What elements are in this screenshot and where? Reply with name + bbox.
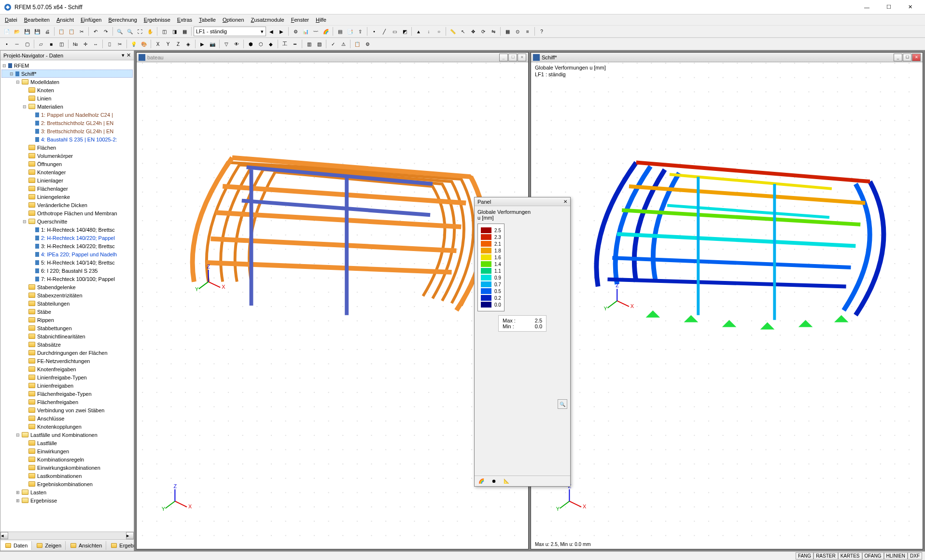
doc-right-minimize[interactable]: _	[894, 54, 902, 61]
display-surfaces-button[interactable]: ▢	[22, 39, 32, 49]
tree-item[interactable]: Lastkombinationen	[1, 472, 133, 480]
tree-item[interactable]: Einwirkungskombinationen	[1, 463, 133, 472]
tree-item[interactable]: 1: Pappel und Nadelholz C24 |	[1, 111, 133, 119]
open-button[interactable]: 📂	[12, 27, 22, 36]
tree-item[interactable]: Flächenfreigabe-Typen	[1, 390, 133, 398]
tree-item[interactable]: Öffnungen	[1, 160, 133, 168]
menu-bearbeiten[interactable]: Bearbeiten	[21, 16, 53, 24]
view-iso-button[interactable]: ◈	[183, 39, 193, 49]
paste-button[interactable]: 📋	[67, 27, 76, 36]
local-axes-button[interactable]: ✛	[81, 39, 90, 49]
copy-button[interactable]: 📋	[56, 27, 66, 36]
tree-item[interactable]: Volumenkörper	[1, 152, 133, 160]
results-panel-tab1[interactable]: 🌈	[477, 476, 486, 486]
display-nodes-button[interactable]: •	[2, 39, 12, 49]
results-panel-tab3[interactable]: 📐	[502, 476, 511, 486]
line-button[interactable]: ╱	[379, 27, 389, 36]
transparent-button[interactable]: ◫	[56, 39, 66, 49]
check-button[interactable]: ✓	[328, 39, 338, 49]
undo-button[interactable]: ↶	[91, 27, 100, 36]
animate-button[interactable]: ▶	[197, 39, 207, 49]
status-fang[interactable]: FANG	[796, 552, 813, 560]
results-zoom-icon[interactable]: 🔍	[558, 399, 567, 409]
surface-button[interactable]: ▭	[390, 27, 399, 36]
tree-item[interactable]: 4: Baustahl S 235 | EN 10025-2:	[1, 135, 133, 143]
tree-item[interactable]: Linienfreigaben	[1, 381, 133, 390]
save-button[interactable]: 💾	[22, 27, 32, 36]
menu-hilfe[interactable]: Hilfe	[313, 16, 329, 24]
doc-left-maximize[interactable]: ☐	[508, 54, 517, 61]
status-kartes[interactable]: KARTES	[838, 552, 862, 560]
tree-item[interactable]: FE-Netzverdichtungen	[1, 357, 133, 365]
tree-item[interactable]: Ergebniskombinationen	[1, 480, 133, 488]
tree-item[interactable]: ⊞Ergebnisse	[1, 496, 133, 504]
tree-item[interactable]: Flächenfreigaben	[1, 398, 133, 406]
view-x-button[interactable]: X	[153, 39, 163, 49]
tree-item[interactable]: ⊟Querschnitte	[1, 217, 133, 225]
sections-button[interactable]: ⌷	[105, 39, 114, 49]
loadcase-combo[interactable]: LF1 - ständig▾	[194, 27, 266, 36]
snap-button[interactable]: ⊙	[513, 27, 522, 36]
table-button[interactable]: ▤	[335, 27, 345, 36]
tree-item[interactable]: ⊟Modelldaten	[1, 78, 133, 86]
report-button[interactable]: 📑	[345, 27, 355, 36]
tree-item[interactable]: ⊟RFEM	[1, 61, 133, 70]
export-button[interactable]: ⇪	[355, 27, 365, 36]
doc-right-close[interactable]: ✕	[912, 54, 921, 61]
tree-item[interactable]: ⊟Materialien	[1, 102, 133, 111]
navigator-pin-icon[interactable]: ▾	[122, 52, 125, 58]
status-raster[interactable]: RASTER	[813, 552, 838, 560]
menu-zusatzmodule[interactable]: Zusatzmodule	[248, 16, 287, 24]
zoom-in-button[interactable]: 🔍	[115, 27, 125, 36]
view-y-button[interactable]: Y	[163, 39, 173, 49]
warnings-button[interactable]: ⚠	[338, 39, 348, 49]
grid-button[interactable]: ▦	[503, 27, 512, 36]
saveall-button[interactable]: 💾	[32, 27, 42, 36]
calc-button[interactable]: ⚙	[291, 27, 300, 36]
window-cascade-button[interactable]: ▧	[314, 39, 324, 49]
node-button[interactable]: •	[369, 27, 379, 36]
doc-left-close[interactable]: ✕	[518, 54, 526, 61]
window-close-button[interactable]: ✕	[899, 0, 921, 14]
tree-item[interactable]: ⊟Schiff*	[1, 70, 133, 78]
measure-button[interactable]: 📏	[448, 27, 458, 36]
solid-view-button[interactable]: ■	[46, 39, 56, 49]
status-ofang[interactable]: OFANG	[862, 552, 884, 560]
zoom-fit-button[interactable]: ⛶	[135, 27, 145, 36]
tree-item[interactable]: Stabexzentrizitäten	[1, 291, 133, 299]
tree-item[interactable]: Stabendgelenke	[1, 283, 133, 291]
tree-item[interactable]: 1: H-Rechteck 140/480; Brettsc	[1, 225, 133, 234]
doc-left-canvas[interactable]: X Y Z X Y Z	[137, 62, 528, 549]
tree-item[interactable]: 2: H-Rechteck 140/220; Pappel	[1, 234, 133, 242]
navigator-close-icon[interactable]: ✕	[126, 52, 131, 58]
menu-ergebnisse[interactable]: Ergebnisse	[141, 16, 173, 24]
stress-button[interactable]: 🌈	[321, 27, 331, 36]
rotate-button[interactable]: ⟳	[478, 27, 488, 36]
tree-item[interactable]: Stabsätze	[1, 340, 133, 349]
doc-right-titlebar[interactable]: Schiff* _ ☐ ✕	[531, 53, 923, 62]
doc-right-canvas[interactable]: Globale Verformungen u [mm] LF1 : ständi…	[531, 62, 923, 549]
tree-item[interactable]: 3: H-Rechteck 140/220; Brettsc	[1, 242, 133, 250]
tree-item[interactable]: Anschlüsse	[1, 414, 133, 422]
tree-item[interactable]: ⊞Lasten	[1, 488, 133, 496]
visibility-button[interactable]: 👁	[232, 39, 241, 49]
member-section-button[interactable]: 工	[280, 39, 290, 49]
navigator-titlebar[interactable]: Projekt-Navigator - Daten ▾ ✕	[0, 51, 134, 60]
pan-button[interactable]: ✋	[145, 27, 155, 36]
zoom-out-button[interactable]: 🔍	[125, 27, 135, 36]
menu-datei[interactable]: Datei	[2, 16, 20, 24]
load-button[interactable]: ↓	[424, 27, 434, 36]
menu-tabelle[interactable]: Tabelle	[196, 16, 219, 24]
results-panel-titlebar[interactable]: Panel ✕	[475, 197, 570, 206]
tree-item[interactable]: Stabbettungen	[1, 324, 133, 332]
tree-item[interactable]: Stabteilungen	[1, 299, 133, 308]
tree-item[interactable]: Verbindung von zwei Stäben	[1, 406, 133, 414]
render-button[interactable]: ▦	[180, 27, 189, 36]
new-button[interactable]: 📄	[2, 27, 12, 36]
tree-item[interactable]: Lastfälle	[1, 439, 133, 447]
module2-button[interactable]: ⬡	[256, 39, 266, 49]
tree-item[interactable]: Kombinationsregeln	[1, 455, 133, 463]
tree-item[interactable]: Knotenkopplungen	[1, 422, 133, 431]
module1-button[interactable]: ⬢	[246, 39, 255, 49]
select-button[interactable]: ↖	[458, 27, 468, 36]
